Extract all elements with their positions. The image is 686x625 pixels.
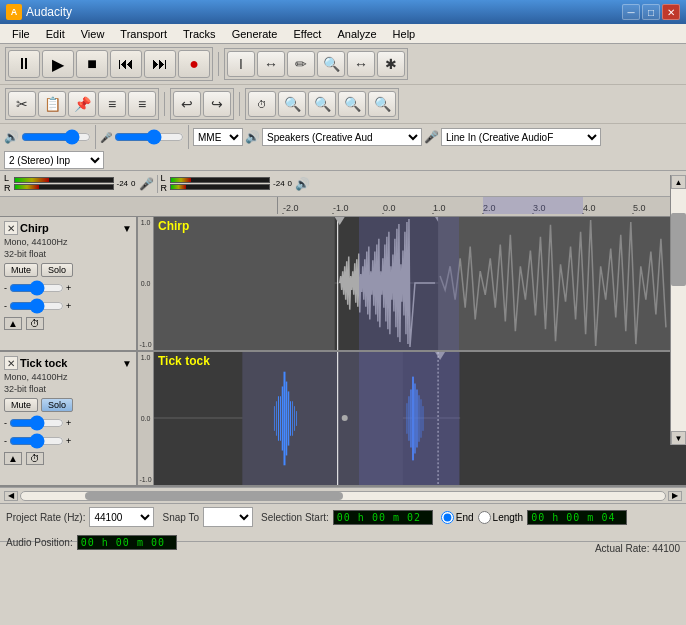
track-chirp-gain-slider[interactable]	[9, 281, 64, 295]
track-ticktock-header: ✕ Tick tock ▼ Mono, 44100Hz 32-bit float…	[0, 352, 138, 485]
redo-button[interactable]: ↪	[203, 91, 231, 117]
menu-edit[interactable]: Edit	[38, 26, 73, 42]
paste-button[interactable]: 📌	[68, 91, 96, 117]
zoom-out-button[interactable]: 🔍	[308, 91, 336, 117]
track-ticktock-collapse[interactable]: ▲	[4, 452, 22, 465]
track-chirp-collapse[interactable]: ▲	[4, 317, 22, 330]
multi-tool[interactable]: ✱	[377, 51, 405, 77]
length-radio-label[interactable]: Length	[478, 511, 524, 524]
scroll-up[interactable]: ▲	[671, 175, 686, 189]
ibeam-tool[interactable]: I	[227, 51, 255, 77]
selection-start-label: Selection Start:	[261, 512, 329, 523]
menu-file[interactable]: File	[4, 26, 38, 42]
track-ticktock-info: Mono, 44100Hz	[4, 372, 132, 382]
track-ticktock-waveform[interactable]: 1.0 0.0 -1.0 Tick tock	[138, 352, 686, 485]
menu-analyze[interactable]: Analyze	[329, 26, 384, 42]
track-ticktock-dropdown[interactable]: ▼	[122, 358, 132, 369]
audio-position-input[interactable]	[77, 535, 177, 550]
track-ticktock-name: Tick tock	[20, 357, 120, 369]
forward-button[interactable]: ⏭	[144, 50, 176, 78]
track-ticktock-gain-slider[interactable]	[9, 416, 64, 430]
minimize-button[interactable]: ─	[622, 4, 640, 20]
track-ticktock-gain-min: -	[4, 418, 7, 428]
selection-end-input[interactable]	[527, 510, 627, 525]
length-radio[interactable]	[478, 511, 491, 524]
zoom-tool[interactable]: 🔍	[317, 51, 345, 77]
channel-select[interactable]: 2 (Stereo) Inp	[4, 151, 104, 169]
selection-start-input[interactable]	[333, 510, 433, 525]
record-button[interactable]: ●	[178, 50, 210, 78]
track-ticktock-pan-max: +	[66, 436, 71, 446]
track-ticktock-mute[interactable]: Mute	[4, 398, 38, 412]
track-ticktock-bottom-controls: ▲ ⏱	[4, 452, 132, 465]
undo-section: ↩ ↪	[170, 88, 234, 120]
playback-volume-slider[interactable]	[21, 129, 91, 145]
track-chirp-waveform[interactable]: 1.0 0.0 -1.0 Chirp	[138, 217, 686, 350]
toolbars: ⏸ ▶ ■ ⏮ ⏭ ● I ↔ ✏ 🔍 ↔ ✱ ✂ 📋 📌 ≡ ≡ ↩	[0, 44, 686, 171]
menu-tracks[interactable]: Tracks	[175, 26, 224, 42]
track-chirp-dropdown[interactable]: ▼	[122, 223, 132, 234]
audio-position-group: Audio Position:	[6, 535, 177, 550]
track-chirp-format: 32-bit float	[4, 249, 132, 259]
cut-button[interactable]: ✂	[8, 91, 36, 117]
menu-transport[interactable]: Transport	[112, 26, 175, 42]
ruler-scale: -2.0 -1.0 0.0 1.0 2.0 3.0 4.0 5.0 6.0 7.…	[278, 197, 686, 214]
horizontal-scrollbar: ◀ ▶	[0, 487, 686, 503]
menu-view[interactable]: View	[73, 26, 113, 42]
silence-button[interactable]: ≡	[128, 91, 156, 117]
menu-generate[interactable]: Generate	[224, 26, 286, 42]
input-device-select[interactable]: Line In (Creative AudioF	[441, 128, 601, 146]
menu-effect[interactable]: Effect	[286, 26, 330, 42]
pause-button[interactable]: ⏸	[8, 50, 40, 78]
track-chirp-mute[interactable]: Mute	[4, 263, 38, 277]
vscroll-track[interactable]	[671, 189, 686, 431]
play-button[interactable]: ▶	[42, 50, 74, 78]
track-chirp-solo[interactable]: Solo	[41, 263, 73, 277]
ruler-header	[140, 197, 278, 214]
track-ticktock-menu-icon[interactable]: ⏱	[26, 452, 44, 465]
track-ticktock-pan-min: -	[4, 436, 7, 446]
copy-button[interactable]: 📋	[38, 91, 66, 117]
zoom-toggle-button[interactable]: 🔍	[368, 91, 396, 117]
track-ticktock-close[interactable]: ✕	[4, 356, 18, 370]
input-meter	[14, 177, 114, 190]
track-chirp-menu-icon[interactable]: ⏱	[26, 317, 44, 330]
end-radio[interactable]	[441, 511, 454, 524]
close-button[interactable]: ✕	[662, 4, 680, 20]
undo-button[interactable]: ↩	[173, 91, 201, 117]
track-chirp-name-row: ✕ Chirp ▼	[4, 221, 132, 235]
track-chirp-pan-slider[interactable]	[9, 299, 64, 313]
host-select[interactable]: MME	[193, 128, 243, 146]
project-rate-select[interactable]: 44100	[89, 507, 154, 527]
snap-to-select[interactable]	[203, 507, 253, 527]
zoom-track-button[interactable]: 🔍	[338, 91, 366, 117]
zoom-fit-button[interactable]: 🔍	[278, 91, 306, 117]
track-chirp-gain-max: +	[66, 283, 71, 293]
envelope-tool[interactable]: ↔	[257, 51, 285, 77]
vscroll-thumb[interactable]	[671, 213, 686, 286]
scroll-left[interactable]: ◀	[4, 491, 18, 501]
scroll-right[interactable]: ▶	[668, 491, 682, 501]
end-radio-label[interactable]: End	[441, 511, 474, 524]
maximize-button[interactable]: □	[642, 4, 660, 20]
rewind-button[interactable]: ⏮	[110, 50, 142, 78]
stop-button[interactable]: ■	[76, 50, 108, 78]
scroll-down[interactable]: ▼	[671, 431, 686, 445]
trim-button[interactable]: ≡	[98, 91, 126, 117]
hscroll-track[interactable]	[20, 491, 666, 501]
record-volume-slider[interactable]	[114, 129, 184, 145]
track-ticktock-gain-max: +	[66, 418, 71, 428]
vertical-scrollbar[interactable]: ▲ ▼	[670, 175, 686, 445]
hscroll-thumb[interactable]	[85, 492, 343, 500]
track-chirp-pan-max: +	[66, 301, 71, 311]
svg-text:5.0: 5.0	[633, 203, 646, 213]
output-device-select[interactable]: Speakers (Creative Aud	[262, 128, 422, 146]
menu-help[interactable]: Help	[385, 26, 424, 42]
track-ticktock-solo[interactable]: Solo	[41, 398, 73, 412]
timeshift-tool[interactable]: ↔	[347, 51, 375, 77]
track-chirp-close[interactable]: ✕	[4, 221, 18, 235]
zoom-in-button[interactable]: ⏱	[248, 91, 276, 117]
svg-text:4.0: 4.0	[583, 203, 596, 213]
draw-tool[interactable]: ✏	[287, 51, 315, 77]
track-ticktock-pan-slider[interactable]	[9, 434, 64, 448]
